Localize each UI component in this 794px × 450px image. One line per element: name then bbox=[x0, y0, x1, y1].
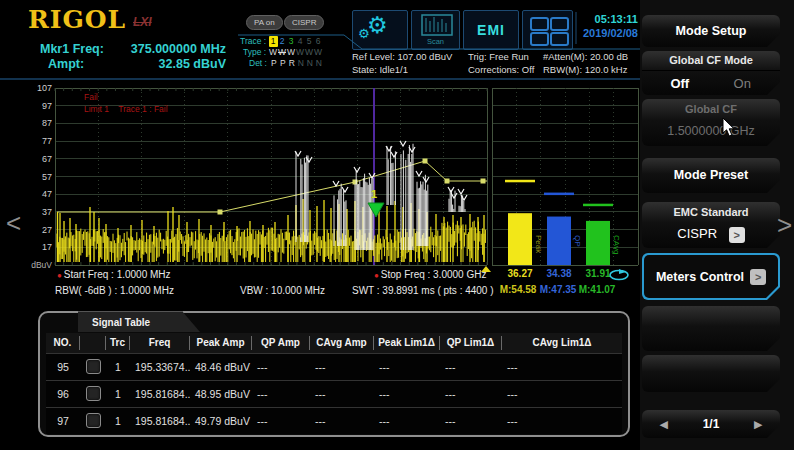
svg-text:87: 87 bbox=[42, 118, 52, 128]
emc-standard-value: CISPR bbox=[677, 226, 717, 241]
table-row[interactable]: 96 1195.81684... 48.95 dBuV--- ------ --… bbox=[46, 380, 622, 407]
atten: #Atten(M): 20.00 dB bbox=[543, 51, 628, 62]
submenu-arrow-icon: > bbox=[750, 269, 766, 285]
changed-dot-icon: ● bbox=[374, 271, 379, 280]
svg-text:57: 57 bbox=[42, 172, 52, 182]
svg-text:dBuV: dBuV bbox=[31, 260, 52, 270]
trace-1[interactable]: 1 bbox=[269, 36, 278, 47]
mode-preset-button[interactable]: Mode Preset bbox=[642, 158, 780, 193]
svg-text:97: 97 bbox=[42, 101, 52, 111]
type-1: W bbox=[269, 47, 278, 58]
clock-time: 05:13:11 bbox=[580, 13, 638, 25]
trace-label: Trace : bbox=[240, 36, 266, 46]
trace-4[interactable]: 4 bbox=[296, 36, 305, 47]
signal-table-tab[interactable]: Signal Table bbox=[78, 311, 200, 332]
svg-text:QP: QP bbox=[573, 235, 582, 247]
qp-meter-max: M:47.35 bbox=[536, 284, 580, 295]
rigol-logo: RIGOL bbox=[28, 5, 126, 34]
cispr-button[interactable]: CISPR bbox=[284, 15, 324, 30]
emi-mode-button[interactable]: EMI bbox=[463, 10, 519, 50]
svg-text:CAvg: CAvg bbox=[612, 235, 621, 254]
swt-annotation: SWT : 39.8991 ms ( pts : 4400 ) bbox=[352, 285, 494, 296]
svg-text:77: 77 bbox=[42, 136, 52, 146]
gear-small-icon: ⚙ bbox=[358, 26, 370, 41]
mouse-cursor bbox=[722, 118, 738, 138]
gear-icon: ⚙ bbox=[367, 12, 388, 39]
system-setup-button[interactable]: ⚙ ⚙ bbox=[352, 10, 408, 50]
trace-5[interactable]: 5 bbox=[305, 36, 314, 47]
fail-flag: Fail bbox=[84, 92, 98, 102]
lxi-badge: LXI bbox=[133, 15, 152, 29]
vbw-annotation: VBW : 10.000 MHz bbox=[240, 285, 325, 296]
type-2: W bbox=[278, 47, 287, 58]
svg-text:27: 27 bbox=[42, 225, 52, 235]
ref-level: Ref Level: 107.00 dBuV bbox=[352, 51, 452, 62]
signal-table-header: NO. TrcFreq Peak AmpQP Amp CAvg AmpPeak … bbox=[46, 333, 622, 353]
peak-meter-value: 36.27 bbox=[498, 268, 542, 279]
page-prev-button[interactable]: ◀ bbox=[659, 418, 667, 431]
table-row[interactable]: 97 1195.81684... 49.79 dBuV--- ------ --… bbox=[46, 407, 622, 434]
svg-text:1: 1 bbox=[371, 188, 377, 200]
display-layout-button[interactable] bbox=[522, 10, 573, 50]
analyzer-screen: RIGOL LXI PA on CISPR Mkr1 Freq: 375.000… bbox=[0, 0, 794, 450]
mode-setup-button[interactable]: Mode Setup bbox=[642, 15, 780, 47]
expand-menu-chevron[interactable]: > bbox=[777, 210, 792, 241]
page-next-button[interactable]: ▶ bbox=[754, 418, 762, 431]
trace-3[interactable]: 3 bbox=[287, 36, 296, 47]
global-cf-value: 1.5000000 GHz bbox=[642, 120, 780, 142]
trace-legend: Trace : 123456 Type : WWWWWW Det : PPRNN… bbox=[240, 36, 323, 69]
main-area: RIGOL LXI PA on CISPR Mkr1 Freq: 375.000… bbox=[0, 0, 640, 450]
page-indicator: 1/1 bbox=[703, 417, 720, 431]
rbw-meter: RBW(M): 120.0 kHz bbox=[543, 64, 627, 75]
peak-meter-max: M:54.58 bbox=[496, 284, 540, 295]
global-cf-button[interactable]: Global CF 1.5000000 GHz bbox=[642, 99, 780, 146]
svg-text:47: 47 bbox=[42, 189, 52, 199]
emc-standard-button[interactable]: EMC Standard CISPR > bbox=[642, 202, 780, 248]
repeat-icon[interactable] bbox=[607, 269, 631, 282]
marker-ampt-label: Ampt: bbox=[48, 57, 84, 71]
start-freq: ●Start Freq : 1.0000 MHz bbox=[57, 269, 171, 280]
det-5: N bbox=[305, 58, 314, 69]
det-4: N bbox=[296, 58, 305, 69]
type-5: W bbox=[305, 47, 314, 58]
type-6: W bbox=[314, 47, 323, 58]
on-option[interactable]: On bbox=[713, 72, 771, 96]
svg-text:17: 17 bbox=[42, 242, 52, 252]
signal-table: NO. TrcFreq Peak AmpQP Amp CAvg AmpPeak … bbox=[46, 333, 622, 434]
scan-button[interactable]: Scan bbox=[411, 10, 460, 50]
meters-control-button[interactable]: Meters Control > bbox=[642, 253, 780, 300]
det-3: R bbox=[287, 58, 296, 69]
limit-status: Limit 1 Trace 1 : Fail bbox=[84, 104, 168, 114]
row-checkbox[interactable] bbox=[86, 413, 101, 428]
emi-label: EMI bbox=[464, 11, 518, 49]
softkey-blank-2 bbox=[642, 355, 780, 392]
row-checkbox[interactable] bbox=[86, 359, 101, 374]
type-4: W bbox=[296, 47, 305, 58]
type-3: W bbox=[287, 47, 296, 58]
hide-left-panel-chevron[interactable]: < bbox=[6, 208, 21, 239]
qp-meter-value: 34.38 bbox=[537, 268, 581, 279]
row-checkbox[interactable] bbox=[86, 386, 101, 401]
scan-icon bbox=[418, 13, 463, 37]
submenu-arrow-icon: > bbox=[729, 227, 745, 243]
det-1: P bbox=[269, 58, 278, 69]
trigger: Trig: Free Run bbox=[468, 51, 529, 62]
page-control: ◀ 1/1 ▶ bbox=[642, 410, 780, 438]
corrections: Corrections: Off bbox=[468, 64, 534, 75]
table-row[interactable]: 95 1195.33674... 48.46 dBuV--- ------ --… bbox=[46, 353, 622, 380]
pa-on-button[interactable]: PA on bbox=[246, 15, 283, 30]
changed-dot-icon: ● bbox=[57, 271, 62, 280]
det-label: Det : bbox=[249, 58, 267, 68]
global-cf-mode-button[interactable]: Global CF Mode Off On bbox=[642, 51, 780, 95]
off-option[interactable]: Off bbox=[651, 72, 709, 96]
softkey-menu: Mode Setup Global CF Mode Off On Global … bbox=[640, 0, 794, 450]
type-label: Type : bbox=[243, 47, 266, 57]
scan-label: Scan bbox=[412, 37, 459, 46]
trace-6[interactable]: 6 bbox=[314, 36, 323, 47]
clock-date: 2019/02/08 bbox=[572, 27, 638, 39]
cavg-meter-max: M:41.07 bbox=[575, 284, 619, 295]
trace-2[interactable]: 2 bbox=[278, 36, 287, 47]
svg-text:Peak: Peak bbox=[534, 235, 543, 254]
marker-freq-value: 375.000000 MHz bbox=[112, 42, 226, 56]
svg-text:67: 67 bbox=[42, 154, 52, 164]
